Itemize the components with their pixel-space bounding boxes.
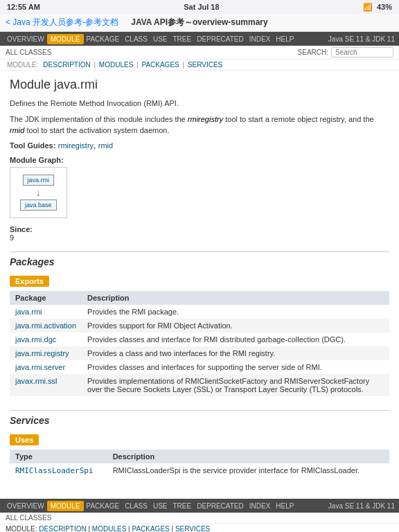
uses-badge: Uses [10,434,39,445]
search-input[interactable] [331,47,393,57]
search-area: SEARCH: [298,47,393,57]
module-links: DESCRIPTION | MODULES | PACKAGES | SERVI… [43,61,222,69]
bottom-all-classes-bar: ALL CLASSES [0,513,399,524]
nav-item-package[interactable]: PACKAGE [84,501,123,511]
search-label: SEARCH: [298,48,328,56]
module-link-packages[interactable]: PACKAGES [132,525,169,532]
nav-item-overview[interactable]: OVERVIEW [4,501,47,511]
nav-item-class[interactable]: CLASS [122,501,150,511]
graph-node-base: java.base [20,200,57,211]
package-link-javax-rmi-ssl[interactable]: javax.rmi.ssl [15,377,57,385]
table-row: java.rmi.serverProvides classes and inte… [10,360,389,374]
package-desc: Provides implementations of RMIClientSoc… [82,374,389,396]
separator: | [170,525,175,532]
module-link-packages[interactable]: PACKAGES [141,61,179,69]
nav-item-index[interactable]: INDEX [247,34,274,44]
separator: | [181,61,186,69]
back-link[interactable]: < Java 开发人员参考-参考文档 [6,17,118,28]
nav-bar: OVERVIEWMODULEPACKAGECLASSUSETREEDEPRECA… [0,32,399,46]
packages-section: Packages Exports Package Description jav… [10,251,389,396]
nav-item-help[interactable]: HELP [273,501,296,511]
nav-item-tree[interactable]: TREE [170,501,194,511]
wifi-icon: 📶 [363,3,373,12]
module-link-services[interactable]: SERVICES [175,525,210,532]
nav-item-use[interactable]: USE [150,34,170,44]
nav-item-use[interactable]: USE [150,501,170,511]
package-link-java-rmi-registry[interactable]: java.rmi.registry [15,349,69,357]
package-desc: Provides classes and interfaces for supp… [82,360,389,374]
packages-section-title: Packages [10,251,389,272]
package-link-java-rmi-activation[interactable]: java.rmi.activation [15,321,76,330]
battery-level: 43% [377,3,392,11]
module-title: Module java.rmi [10,78,389,92]
module-graph-label: Module Graph: [10,156,389,164]
top-nav-bar: < Java 开发人员参考-参考文档 JAVA API参考～overview-s… [0,14,399,32]
module-link-services[interactable]: SERVICES [188,61,222,69]
type-col-header: Type [10,450,107,463]
separator: | [134,61,140,69]
graph-arrow: ↓ [19,187,58,199]
table-row: RMIClassLoaderSpiRMIClassLoaderSpi is th… [10,463,389,478]
package-desc: Provides classes and interface for RMI d… [82,332,389,346]
desc-text-1: Defines the Remote Method Invocation (RM… [10,98,389,109]
rmid-link[interactable]: rmid [98,141,113,150]
since-label: Since: [10,225,33,233]
service-desc: RMIClassLoaderSpi is the service provide… [107,463,389,478]
services-tbody: RMIClassLoaderSpiRMIClassLoaderSpi is th… [10,463,389,478]
table-row: java.rmiProvides the RMI package. [10,305,389,319]
nav-item-overview[interactable]: OVERVIEW [4,34,47,44]
rmiregistry-link[interactable]: rmiregistry [58,141,94,150]
since-value: 9 [10,233,14,242]
nav-item-package[interactable]: PACKAGE [84,34,123,44]
separator: | [92,61,98,69]
desc-text-2: The JDK implementation of this module in… [10,114,389,136]
services-section-title: Services [10,410,389,430]
table-row: java.rmi.registryProvides a class and tw… [10,346,389,360]
packages-tbody: java.rmiProvides the RMI package.java.rm… [10,305,389,396]
package-link-java-rmi[interactable]: java.rmi [15,308,42,316]
exports-badge: Exports [10,276,49,287]
package-desc: Provides a class and two interfaces for … [82,346,389,360]
package-link-java-rmi-server[interactable]: java.rmi.server [15,363,65,371]
module-graph: Module Graph: java.rmi ↓ java.base [10,156,389,219]
table-row: javax.rmi.sslProvides implementations of… [10,374,389,396]
nav-item-help[interactable]: HELP [273,34,296,44]
tool-guides: Tool Guides: rmiregistry, rmid [10,141,389,150]
svc-desc-col-header: Description [107,450,389,463]
since-section: Since: 9 [10,225,389,242]
nav-item-index[interactable]: INDEX [247,501,274,511]
all-classes-bar: ALL CLASSES SEARCH: [0,46,399,60]
nav-items: OVERVIEWMODULEPACKAGECLASSUSETREEDEPRECA… [4,34,296,44]
pkg-col-header: Package [10,291,82,305]
desc-col-header: Description [82,291,389,305]
nav-item-tree[interactable]: TREE [170,34,194,44]
nav-item-class[interactable]: CLASS [122,34,150,44]
status-time: 12:55 AM [7,3,40,11]
rmiregistry-ref: rmiregistry [188,115,223,123]
module-link-description[interactable]: DESCRIPTION [39,525,86,532]
bottom-module-links-bar: MODULE: DESCRIPTION | MODULES | PACKAGES… [0,524,399,532]
packages-table-head: Package Description [10,291,389,305]
bottom-nav-bar: OVERVIEWMODULEPACKAGECLASSUSETREEDEPRECA… [0,499,399,513]
nav-item-deprecated[interactable]: DEPRECATED [194,34,247,44]
module-link-modules[interactable]: MODULES [99,61,133,69]
bottom-jdk-label: Java SE 11 & JDK 11 [328,502,395,510]
package-desc: Provides the RMI package. [82,305,389,319]
service-link-rmiclassloaderspi[interactable]: RMIClassLoaderSpi [15,466,94,475]
nav-item-module[interactable]: MODULE [47,501,84,511]
graph-container: java.rmi ↓ java.base [10,167,67,219]
separator: | [87,525,92,532]
table-row: java.rmi.dgcProvides classes and interfa… [10,332,389,346]
status-bar: 12:55 AM Sat Jul 18 📶 43% [0,0,399,14]
module-link-description[interactable]: DESCRIPTION [43,61,90,69]
nav-item-deprecated[interactable]: DEPRECATED [194,501,247,511]
tool-guides-label: Tool Guides: [10,141,55,150]
bottom-module-label: MODULE: [6,525,39,532]
bottom-nav-items: OVERVIEWMODULEPACKAGECLASSUSETREEDEPRECA… [4,501,296,511]
bottom-all-classes-label: ALL CLASSES [6,514,51,522]
module-link-modules[interactable]: MODULES [92,525,126,532]
services-section: Services Uses Type Description RMIClassL… [10,410,389,478]
nav-item-module[interactable]: MODULE [47,34,84,44]
module-label: MODULE: [7,61,40,69]
package-link-java-rmi-dgc[interactable]: java.rmi.dgc [15,335,56,344]
